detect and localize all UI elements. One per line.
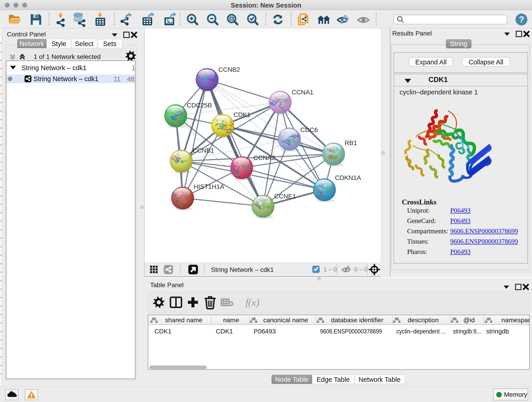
- svg-text:?: ?: [519, 15, 524, 24]
- svg-text:cyclin–dependent ...: cyclin–dependent ...: [396, 328, 446, 335]
- svg-text:CDC6: CDC6: [300, 126, 318, 133]
- svg-text:shared name: shared name: [165, 317, 202, 324]
- svg-text:CDK1: CDK1: [216, 328, 233, 335]
- svg-text:CDK1: CDK1: [234, 111, 251, 118]
- svg-text:description: description: [408, 317, 438, 324]
- svg-text:9606.ENSP00000378699: 9606.ENSP00000378699: [320, 328, 382, 335]
- svg-text:RB1: RB1: [345, 139, 357, 147]
- svg-text:CDK1: CDK1: [154, 328, 172, 335]
- svg-text:CCNA1: CCNA1: [292, 89, 313, 96]
- svg-text:CCNE1: CCNE1: [274, 193, 296, 200]
- svg-text:namespace: namespace: [501, 317, 529, 324]
- svg-text:database identifier: database identifier: [331, 317, 384, 324]
- svg-text:CCNB2: CCNB2: [218, 66, 240, 73]
- svg-text:0 – 0: 0 – 0: [354, 266, 367, 273]
- svg-text:name: name: [223, 317, 239, 324]
- svg-text:CCNB1: CCNB1: [192, 147, 214, 154]
- svg-text:@id: @id: [463, 317, 475, 324]
- svg-text:CDC25B: CDC25B: [187, 102, 212, 109]
- svg-text:f(x): f(x): [245, 297, 259, 308]
- svg-text:HIST1H1A: HIST1H1A: [194, 183, 224, 190]
- svg-text:String Network – cdk1: String Network – cdk1: [211, 266, 274, 273]
- svg-text:canonical name: canonical name: [263, 317, 308, 324]
- svg-text:CCNA2: CCNA2: [253, 154, 275, 161]
- svg-text:P06493: P06493: [254, 328, 276, 335]
- svg-text:1 – 0: 1 – 0: [323, 266, 337, 273]
- svg-text:stringdb: stringdb: [486, 328, 509, 335]
- svg-text:CDKN1A: CDKN1A: [335, 174, 361, 181]
- svg-text:stringdb:9...: stringdb:9...: [453, 328, 481, 335]
